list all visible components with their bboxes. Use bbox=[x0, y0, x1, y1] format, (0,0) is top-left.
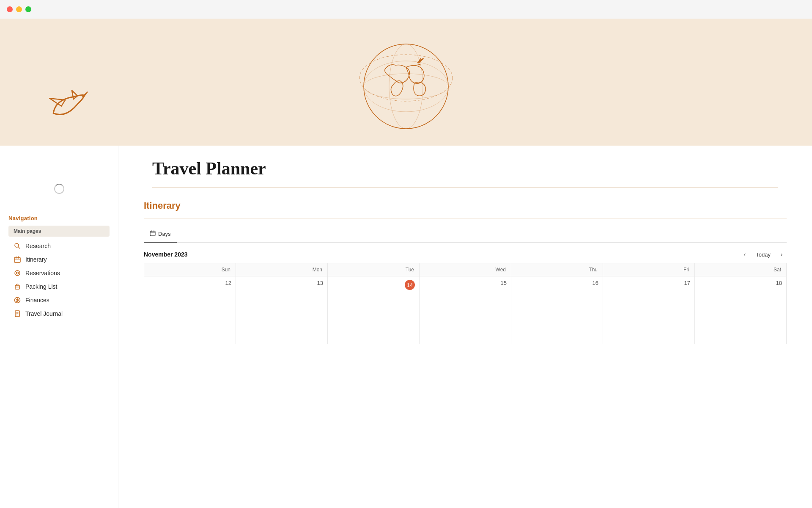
calendar-day-17[interactable]: 17 bbox=[603, 276, 695, 344]
sidebar-item-packing-list[interactable]: Packing List bbox=[8, 280, 110, 293]
svg-point-2 bbox=[364, 61, 448, 112]
main-content: Travel Planner Itinerary bbox=[118, 146, 812, 508]
sidebar-item-itinerary[interactable]: Itinerary bbox=[8, 253, 110, 266]
navigation-title: Navigation bbox=[8, 215, 110, 221]
page-title: Travel Planner bbox=[152, 158, 778, 179]
svg-point-4 bbox=[359, 55, 453, 101]
calendar-day-13[interactable]: 13 bbox=[236, 276, 328, 344]
calendar-month: November 2023 bbox=[144, 251, 740, 258]
today-button[interactable]: Today bbox=[753, 251, 773, 259]
col-sat: Sat bbox=[695, 263, 787, 276]
next-month-button[interactable]: › bbox=[776, 249, 787, 260]
col-wed: Wed bbox=[420, 263, 511, 276]
globe-illustration bbox=[351, 27, 461, 139]
itinerary-section: Itinerary Days bbox=[118, 188, 812, 357]
plane-illustration bbox=[42, 80, 97, 129]
maximize-button[interactable] bbox=[25, 6, 31, 12]
sidebar-item-finances[interactable]: Finances bbox=[8, 293, 110, 307]
journal-icon bbox=[14, 310, 21, 318]
main-pages-label: Main pages bbox=[8, 226, 110, 237]
svg-rect-6 bbox=[14, 257, 20, 262]
col-sun: Sun bbox=[144, 263, 236, 276]
loading-spinner bbox=[54, 184, 64, 194]
calendar-tabs: Days bbox=[144, 227, 787, 243]
minimize-button[interactable] bbox=[16, 6, 22, 12]
calendar-day-14[interactable]: 14 bbox=[328, 276, 420, 344]
page-title-section: Travel Planner bbox=[118, 146, 812, 187]
col-fri: Fri bbox=[603, 263, 695, 276]
sidebar-item-reservations[interactable]: Reservations bbox=[8, 266, 110, 280]
sidebar-item-travel-journal[interactable]: Travel Journal bbox=[8, 307, 110, 320]
col-tue: Tue bbox=[328, 263, 420, 276]
sidebar: Navigation Main pages Research bbox=[0, 146, 118, 508]
calendar-nav-controls: ‹ Today › bbox=[740, 249, 787, 260]
svg-point-8 bbox=[16, 272, 19, 274]
calendar-icon bbox=[14, 256, 21, 263]
calendar-day-12[interactable]: 12 bbox=[144, 276, 236, 344]
loading-area bbox=[0, 158, 118, 207]
section-divider bbox=[144, 218, 787, 218]
calendar-day-18[interactable]: 18 bbox=[695, 276, 787, 344]
bookmark-icon bbox=[14, 269, 21, 277]
calendar-week-row: 12 13 14 15 16 17 18 bbox=[144, 276, 787, 344]
section-title: Itinerary bbox=[144, 200, 787, 211]
svg-point-7 bbox=[15, 271, 20, 276]
col-mon: Mon bbox=[236, 263, 328, 276]
svg-point-3 bbox=[389, 44, 423, 129]
dollar-icon bbox=[14, 296, 21, 304]
prev-month-button[interactable]: ‹ bbox=[740, 249, 750, 260]
titlebar bbox=[0, 0, 812, 19]
close-button[interactable] bbox=[7, 6, 13, 12]
calendar-day-16[interactable]: 16 bbox=[511, 276, 603, 344]
svg-point-0 bbox=[364, 44, 448, 129]
calendar-day-15[interactable]: 15 bbox=[420, 276, 511, 344]
tab-days[interactable]: Days bbox=[144, 227, 177, 243]
col-thu: Thu bbox=[511, 263, 603, 276]
hero-banner bbox=[0, 19, 812, 146]
calendar-tab-icon bbox=[150, 230, 156, 237]
search-icon bbox=[14, 242, 21, 250]
svg-point-1 bbox=[364, 74, 448, 99]
navigation-section: Navigation Main pages Research bbox=[0, 207, 118, 325]
sidebar-item-research[interactable]: Research bbox=[8, 239, 110, 253]
app-container: Navigation Main pages Research bbox=[0, 19, 812, 508]
packing-icon bbox=[14, 283, 21, 290]
calendar-nav: November 2023 ‹ Today › bbox=[144, 243, 787, 263]
svg-rect-12 bbox=[150, 231, 155, 236]
calendar-grid: Sun Mon Tue Wed Thu Fri Sat 12 bbox=[144, 263, 787, 344]
